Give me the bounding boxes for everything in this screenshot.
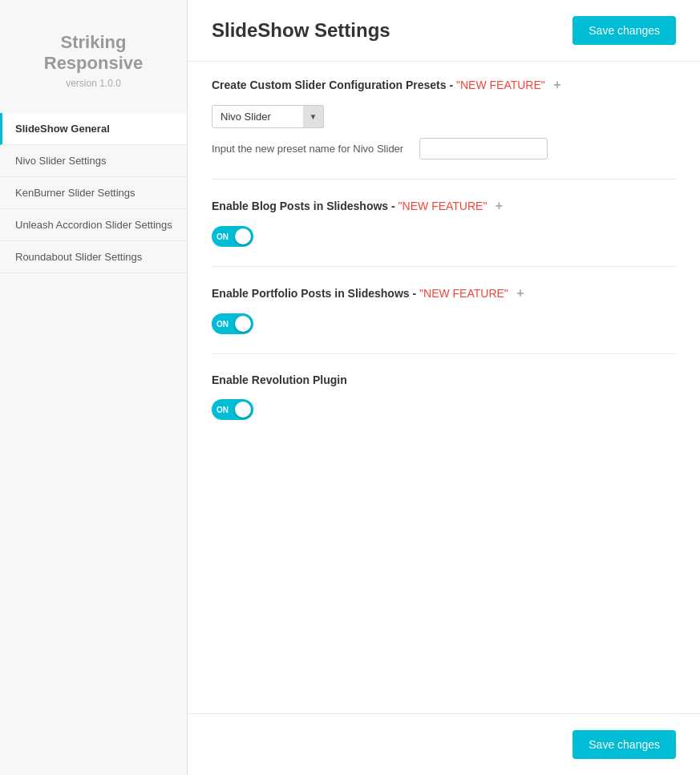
portfolio-posts-plus-icon[interactable]: + [513,286,524,300]
preset-select-wrapper: Nivo Slider ▼ [212,105,324,128]
toggle-track-3: ON [212,399,253,420]
preset-dropdown-row: Nivo Slider ▼ [212,105,676,128]
section-blog-posts-title: Enable Blog Posts in Slideshows - "NEW F… [212,199,676,213]
sidebar-brand: StrikingResponsive version 1.0.0 [0,16,187,97]
portfolio-posts-toggle-container: ON [212,313,676,334]
blog-posts-toggle-container: ON [212,226,676,247]
toggle-knob-3 [235,402,251,418]
toggle-knob [235,228,251,244]
revolution-plugin-toggle[interactable]: ON [212,399,253,420]
brand-version: version 1.0.0 [8,78,179,89]
section-revolution-plugin-title: Enable Revolution Plugin [212,373,676,386]
main-content: Create Custom Slider Configuration Prese… [188,62,700,713]
sidebar-item-kenburner-slider-settings[interactable]: KenBurner Slider Settings [0,177,187,209]
main-header: SlideShow Settings Save changes [188,0,700,62]
sidebar-item-nivo-slider-settings[interactable]: Nivo Slider Settings [0,145,187,177]
toggle-track: ON [212,226,253,247]
main-panel: SlideShow Settings Save changes Create C… [188,0,700,775]
custom-presets-plus-icon[interactable]: + [550,78,561,91]
preset-name-input[interactable] [419,138,548,159]
toggle-on-label-3: ON [216,406,229,414]
section-portfolio-posts-title: Enable Portfolio Posts in Slideshows - "… [212,286,676,301]
footer-save-button[interactable]: Save changes [573,730,676,759]
sidebar-item-unleash-accordion-slider-settings[interactable]: Unleash Accordion Slider Settings [0,209,187,241]
section-custom-presets-title: Create Custom Slider Configuration Prese… [212,78,676,92]
page-title: SlideShow Settings [212,19,390,42]
section-blog-posts: Enable Blog Posts in Slideshows - "NEW F… [212,199,676,267]
portfolio-posts-toggle[interactable]: ON [212,313,253,334]
sidebar: StrikingResponsive version 1.0.0 SlideSh… [0,0,188,775]
toggle-track-2: ON [212,313,253,334]
sidebar-item-slideshow-general[interactable]: SlideShow General [0,113,187,145]
blog-posts-toggle[interactable]: ON [212,226,253,247]
preset-label-row: Input the new preset name for Nivo Slide… [212,138,676,159]
section-revolution-plugin: Enable Revolution Plugin ON [212,373,676,439]
sidebar-nav: SlideShow General Nivo Slider Settings K… [0,113,187,273]
toggle-knob-2 [235,316,251,332]
blog-posts-plus-icon[interactable]: + [492,199,503,212]
toggle-on-label: ON [216,232,229,241]
section-custom-presets: Create Custom Slider Configuration Prese… [212,78,676,180]
main-footer: Save changes [188,713,700,775]
section-portfolio-posts: Enable Portfolio Posts in Slideshows - "… [212,286,676,354]
preset-select[interactable]: Nivo Slider [212,105,324,128]
sidebar-item-roundabout-slider-settings[interactable]: Roundabout Slider Settings [0,241,187,273]
revolution-plugin-toggle-container: ON [212,399,676,420]
preset-input-label: Input the new preset name for Nivo Slide… [212,143,403,155]
brand-name: StrikingResponsive [8,32,179,75]
toggle-on-label-2: ON [216,320,229,329]
header-save-button[interactable]: Save changes [573,16,676,45]
